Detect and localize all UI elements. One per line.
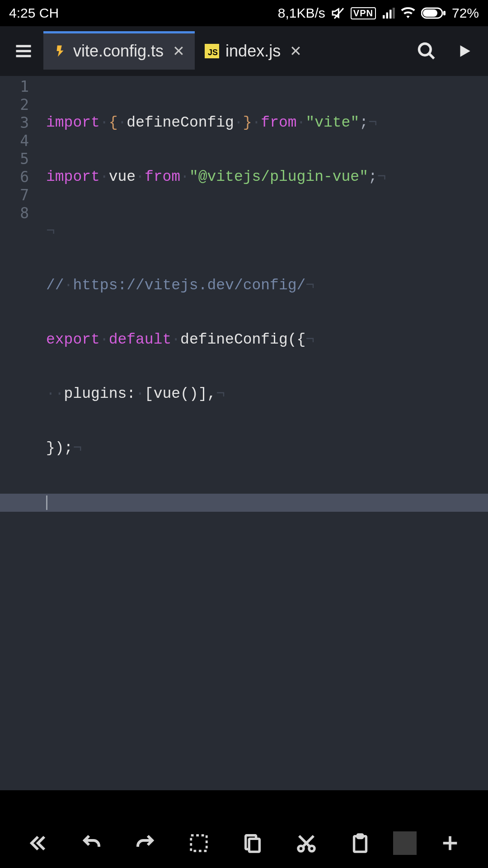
close-icon[interactable]: ✕ — [290, 42, 302, 60]
line-number: 6 — [0, 168, 29, 186]
tab-vite-config[interactable]: vite.config.ts ✕ — [43, 33, 195, 70]
code-line[interactable]: ··plugins:·[vue()],¬ — [46, 385, 488, 403]
line-number: 2 — [0, 96, 29, 114]
svg-rect-3 — [423, 9, 437, 17]
code-line[interactable]: });¬ — [46, 439, 488, 458]
vpn-badge: VPN — [351, 7, 376, 19]
android-status-bar: 4:25 CH 8,1KB/s VPN 72% — [0, 0, 488, 26]
select-all-button[interactable] — [178, 823, 219, 863]
tab-label: index.js — [225, 42, 281, 61]
code-line[interactable]: import·{·defineConfig·}·from·"vite";¬ — [46, 114, 488, 132]
code-line[interactable]: import·vue·from·"@vitejs/plugin-vue";¬ — [46, 168, 488, 186]
tab-index-js[interactable]: JS index.js ✕ — [195, 33, 312, 70]
code-editor[interactable]: 1 2 3 4 5 6 7 8 import·{·defineConfig·}·… — [0, 76, 488, 790]
line-gutter: 1 2 3 4 5 6 7 8 — [0, 76, 41, 790]
battery-icon — [421, 7, 446, 19]
line-number: 8 — [0, 204, 29, 222]
code-line[interactable]: export·default·defineConfig({¬ — [46, 331, 488, 349]
tabs-container: vite.config.ts ✕ JS index.js ✕ — [43, 33, 407, 70]
redo-button[interactable] — [125, 823, 165, 863]
wifi-icon — [400, 5, 416, 21]
code-line[interactable]: //·https://vitejs.dev/config/¬ — [46, 277, 488, 295]
line-number: 5 — [0, 150, 29, 168]
copy-button[interactable] — [232, 823, 273, 863]
svg-point-8 — [419, 44, 431, 56]
line-number: 1 — [0, 78, 29, 96]
undo-button[interactable] — [71, 823, 112, 863]
svg-line-9 — [429, 54, 434, 59]
code-line[interactable]: ¬ — [46, 222, 488, 241]
signal-icon — [381, 6, 395, 20]
network-speed: 8,1KB/s — [278, 5, 325, 21]
svg-rect-4 — [443, 11, 446, 15]
collapse-button[interactable] — [18, 823, 58, 863]
text-cursor — [46, 495, 47, 510]
cut-button[interactable] — [286, 823, 327, 863]
mute-icon — [331, 6, 345, 20]
code-content[interactable]: import·{·defineConfig·}·from·"vite";¬ im… — [46, 78, 488, 548]
close-icon[interactable]: ✕ — [173, 42, 185, 60]
vite-icon — [53, 43, 67, 59]
status-time: 4:25 CH — [9, 5, 59, 21]
battery-percent: 72% — [452, 5, 479, 21]
svg-rect-10 — [191, 835, 207, 851]
bottom-toolbar — [0, 818, 488, 868]
line-number: 7 — [0, 186, 29, 204]
search-button[interactable] — [408, 33, 445, 69]
paste-button[interactable] — [340, 823, 380, 863]
tab-label: vite.config.ts — [73, 42, 164, 61]
js-icon: JS — [205, 44, 219, 58]
menu-button[interactable] — [5, 33, 42, 69]
svg-point-12 — [298, 846, 304, 851]
run-button[interactable] — [446, 33, 483, 69]
line-number: 3 — [0, 114, 29, 132]
editor-toolbar: vite.config.ts ✕ JS index.js ✕ — [0, 26, 488, 76]
svg-rect-1 — [393, 8, 395, 19]
add-button[interactable] — [430, 823, 470, 863]
svg-point-13 — [309, 846, 314, 851]
code-line-active[interactable] — [0, 494, 488, 512]
stop-button[interactable] — [393, 831, 417, 855]
line-number: 4 — [0, 132, 29, 150]
svg-rect-11 — [249, 839, 259, 852]
